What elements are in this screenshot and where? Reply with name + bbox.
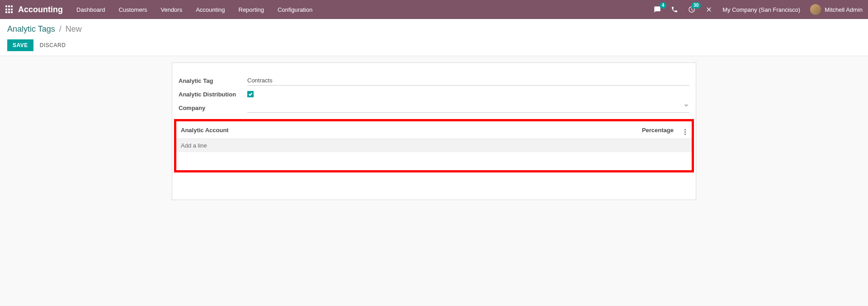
nav-item-customers[interactable]: Customers [119,6,147,13]
row-distribution: Analytic Distribution [172,87,696,101]
breadcrumb-separator: / [59,24,61,33]
sheet-wrapper: Analytic Tag Analytic Distribution Compa… [0,56,868,200]
kebab-icon [684,129,686,135]
nav-item-reporting[interactable]: Reporting [239,6,264,13]
activity-badge: 30 [691,2,701,9]
label-analytic-tag: Analytic Tag [179,77,247,84]
phone-icon[interactable] [671,6,678,13]
chevron-down-icon [684,105,689,107]
distribution-checkbox[interactable] [247,91,254,97]
field-company [247,103,689,113]
activity-icon[interactable]: 30 [688,6,695,13]
chat-icon[interactable]: 4 [654,6,661,13]
user-name: Mitchell Admin [825,6,863,13]
chat-badge: 4 [660,2,667,9]
control-buttons: SAVE DISCARD [7,39,861,51]
nav-item-vendors[interactable]: Vendors [160,6,182,13]
close-icon[interactable] [705,6,712,13]
field-analytic-tag [247,76,689,86]
nav-item-accounting[interactable]: Accounting [196,6,225,13]
app-title[interactable]: Accounting [18,5,63,14]
navbar-left: Accounting Dashboard Customers Vendors A… [5,5,312,14]
breadcrumb-current: New [66,24,82,33]
nav-item-dashboard[interactable]: Dashboard [76,6,105,13]
navbar-right: 4 30 My Company (San Francisco) Mitchell… [654,4,863,15]
row-analytic-tag: Analytic Tag [172,74,696,87]
apps-grid-icon[interactable] [5,5,14,14]
form-sheet: Analytic Tag Analytic Distribution Compa… [172,62,696,200]
analytic-tag-input[interactable] [247,76,689,86]
breadcrumb: Analytic Tags / New [7,24,861,34]
distribution-table-highlight: Analytic Account Percentage Add a line [174,119,694,172]
control-panel: Analytic Tags / New SAVE DISCARD [0,19,868,56]
avatar [810,4,821,15]
company-selector[interactable]: My Company (San Francisco) [722,6,800,13]
distribution-table: Analytic Account Percentage Add a line [176,121,692,152]
save-button[interactable]: SAVE [7,39,33,51]
nav-menu: Dashboard Customers Vendors Accounting R… [76,6,312,13]
th-options[interactable] [678,121,692,139]
add-line-cell: Add a line [176,139,692,153]
company-dropdown[interactable] [247,103,689,113]
row-company: Company [172,101,696,115]
label-distribution: Analytic Distribution [179,91,247,98]
top-navbar: Accounting Dashboard Customers Vendors A… [0,0,868,19]
breadcrumb-link[interactable]: Analytic Tags [7,24,55,33]
label-company: Company [179,105,247,111]
th-percentage: Percentage [469,121,678,139]
field-distribution [247,91,689,98]
th-analytic-account: Analytic Account [176,121,469,139]
discard-button[interactable]: DISCARD [38,39,68,51]
nav-item-configuration[interactable]: Configuration [278,6,312,13]
add-line-row[interactable]: Add a line [176,139,692,153]
user-menu[interactable]: Mitchell Admin [810,4,863,15]
